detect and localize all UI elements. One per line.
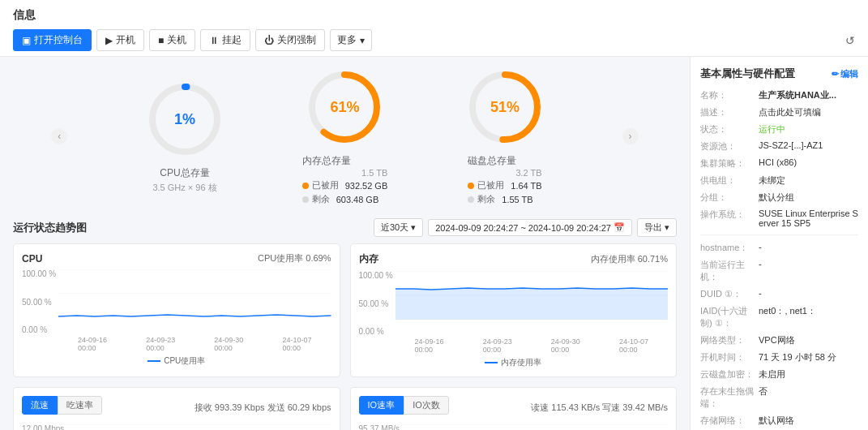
header: 信息 ▣ 打开控制台 ▶ 开机 ■ 关机 ⏸ 挂起 ⏻ 关闭强制 更多 ▾ <box>0 0 868 57</box>
network-chart-header: 流速 吃速率 接收 993.39 Kbps 发送 60.29 kbps <box>22 396 331 419</box>
attr-power: 供电组： 未绑定 <box>700 174 858 187</box>
memory-legend-line <box>485 362 498 363</box>
attr-disk-encrypt: 云磁盘加密： 未启用 <box>700 368 858 381</box>
attr-network-type: 网络类型： VPC网络 <box>700 334 858 346</box>
cpu-gauge-sub: 3.5 GHz × 96 核 <box>152 182 216 194</box>
attr-hostname: hostname： - <box>700 242 858 254</box>
chevron-down-icon2: ▾ <box>411 222 416 233</box>
attr-pool: 资源池： JS-SZ2-[...]-AZ1 <box>700 140 858 153</box>
memory-chart-plot <box>396 271 669 320</box>
page-title: 信息 <box>13 8 855 23</box>
date-range-picker[interactable]: 2024-09-09 20:24:27 ~ 2024-10-09 20:24:2… <box>428 219 632 236</box>
memory-chart-card: 内存 内存使用率 60.71% 100.00 % 50.00 % 0.00 % <box>350 243 678 377</box>
chevron-down-icon3: ▾ <box>665 222 669 233</box>
cpu-gauge-circle: 1% <box>144 79 225 160</box>
cpu-chart-title: CPU <box>22 253 42 264</box>
memory-chart-area: 100.00 % 50.00 % 0.00 % <box>359 271 669 336</box>
power-icon: ⏻ <box>264 35 274 46</box>
memory-used-val: 932.52 GB <box>345 181 388 191</box>
refresh-button[interactable]: ↺ <box>845 34 855 47</box>
cpu-gauge-value: 1% <box>174 110 195 127</box>
network-chart-card: 流速 吃速率 接收 993.39 Kbps 发送 60.29 kbps 12.0… <box>13 387 340 430</box>
cpu-y-labels: 100.00 % 50.00 % 0.00 % <box>22 269 56 334</box>
memory-legend-item: 内存使用率 <box>485 357 541 368</box>
io-y-labels: 95.37 MB/s 0.00 I/s <box>359 424 400 430</box>
io-chart-plot <box>396 424 669 430</box>
stop-icon: ■ <box>158 35 164 46</box>
start-button[interactable]: ▶ 开机 <box>96 29 144 51</box>
cpu-gauge: 1% CPU总存量 3.5 GHz × 96 核 <box>144 79 225 194</box>
cpu-y-top: 100.00 % <box>22 269 56 278</box>
free-dot <box>302 196 309 203</box>
cpu-legend-line <box>148 360 160 362</box>
memory-gauge: 61% 内存总存量 1.5 TB 已被用 932.52 GB <box>302 67 388 205</box>
disk-free-val: 1.55 TB <box>502 195 532 204</box>
page: 信息 ▣ 打开控制台 ▶ 开机 ■ 关机 ⏸ 挂起 ⏻ 关闭强制 更多 ▾ <box>0 0 868 430</box>
edit-button[interactable]: ✏ 编辑 <box>832 68 858 80</box>
cpu-legend-item: CPU使用率 <box>148 355 205 367</box>
force-close-button[interactable]: ⏻ 关闭强制 <box>255 29 325 51</box>
tab-eat-speed[interactable]: 吃速率 <box>58 396 102 415</box>
network-tab-bar: 流速 吃速率 <box>22 396 102 415</box>
attr-generation: 存在末生拖偶端： 否 <box>700 385 858 410</box>
sidebar-title: 基本属性与硬件配置 ✏ 编辑 <box>700 67 858 81</box>
io-chart-header: IO速率 IO次数 读速 115.43 KB/s 写速 39.42 MB/s <box>359 396 669 419</box>
memory-gauge-circle: 61% <box>304 67 385 148</box>
export-button[interactable]: 导出 ▾ <box>637 218 677 237</box>
attr-desc: 描述： 点击此处可填编 <box>700 106 858 118</box>
attr-cluster: 集群策略： HCI (x86) <box>700 157 858 170</box>
attr-status: 状态： 运行中 <box>700 123 858 135</box>
disk-gauge-value: 51% <box>490 99 520 116</box>
cpu-chart-stat: CPU使用率 0.69% <box>258 252 331 264</box>
memory-used-row: 已被用 932.52 GB <box>302 179 388 191</box>
prev-arrow[interactable]: ‹ <box>51 128 67 144</box>
cpu-y-bot: 0.00 % <box>22 325 56 334</box>
io-chart-svg <box>396 424 669 430</box>
tab-io-count[interactable]: IO次数 <box>404 396 449 415</box>
cpu-y-mid: 50.00 % <box>22 298 56 307</box>
disk-gauge-label: 磁盘总存量 <box>468 154 541 168</box>
disk-free-dot <box>468 196 474 203</box>
network-chart-plot <box>58 424 331 430</box>
attrs-group2: hostname： - 当前运行主机： - DUID ①： - IAID(十六进… <box>700 242 858 430</box>
cpu-gauge-label: CPU总存量 <box>160 166 209 180</box>
tab-io-speed[interactable]: IO速率 <box>359 396 404 415</box>
memory-chart-header: 内存 内存使用率 60.71% <box>359 252 669 266</box>
disk-used-row: 已被用 1.64 TB <box>468 179 541 191</box>
pause-icon: ⏸ <box>209 35 219 46</box>
charts-row1: CPU CPU使用率 0.69% 100.00 % 50.00 % 0.00 % <box>13 243 677 377</box>
disk-used-val: 1.64 TB <box>511 181 541 191</box>
disk-used-label: 已被用 <box>477 179 504 191</box>
disk-free-row: 剩余 1.55 TB <box>468 193 541 205</box>
cpu-chart-area: 100.00 % 50.00 % 0.00 % <box>22 269 331 334</box>
disk-gauge-circle: 51% <box>464 67 545 148</box>
memory-x-labels: 24-09-1600:00 24-09-2300:00 24-09-3000:0… <box>359 338 669 354</box>
cpu-chart-header: CPU CPU使用率 0.69% <box>22 252 331 264</box>
time-range-select[interactable]: 近30天 ▾ <box>374 218 423 237</box>
chart-controls: 近30天 ▾ 2024-09-09 20:24:27 ~ 2024-10-09 … <box>374 218 677 237</box>
restart-button[interactable]: ⏸ 挂起 <box>200 29 250 51</box>
attr-group: 分组： 默认分组 <box>700 191 858 204</box>
io-chart-area: 95.37 MB/s 0.00 I/s <box>359 424 669 430</box>
cpu-x-labels: 24-09-1600:00 24-09-2300:00 24-09-3000:0… <box>22 336 331 352</box>
disk-used-dot <box>468 183 474 189</box>
attr-storage-net: 存储网络： 默认网络 <box>700 415 858 427</box>
more-button[interactable]: 更多 ▾ <box>330 29 372 51</box>
memory-gauge-value: 61% <box>330 99 359 116</box>
memory-free-row: 剩余 603.48 GB <box>302 193 388 205</box>
attr-os: 操作系统： SUSE Linux Enterprise Server 15 SP… <box>700 209 858 228</box>
next-arrow[interactable]: › <box>622 128 639 144</box>
stop-button[interactable]: ■ 关机 <box>149 29 195 51</box>
cpu-chart-card: CPU CPU使用率 0.69% 100.00 % 50.00 % 0.00 % <box>13 243 340 377</box>
date-to: 2024-10-09 20:24:27 <box>528 223 611 233</box>
io-tab-bar: IO速率 IO次数 <box>359 396 449 415</box>
memory-free-label: 剩余 <box>312 193 330 205</box>
memory-chart-svg <box>396 271 669 320</box>
disk-gauge: 51% 磁盘总存量 3.2 TB 已被用 1.64 TB 剩余 <box>464 67 545 205</box>
svg-marker-12 <box>396 288 669 320</box>
memory-total: 1.5 TB <box>302 168 388 178</box>
network-chart-stat: 接收 993.39 Kbps 发送 60.29 kbps <box>195 402 331 414</box>
attr-name: 名称： 生产系统HANA业... <box>700 89 858 101</box>
console-button[interactable]: ▣ 打开控制台 <box>13 29 92 51</box>
tab-flow-speed[interactable]: 流速 <box>22 396 58 415</box>
